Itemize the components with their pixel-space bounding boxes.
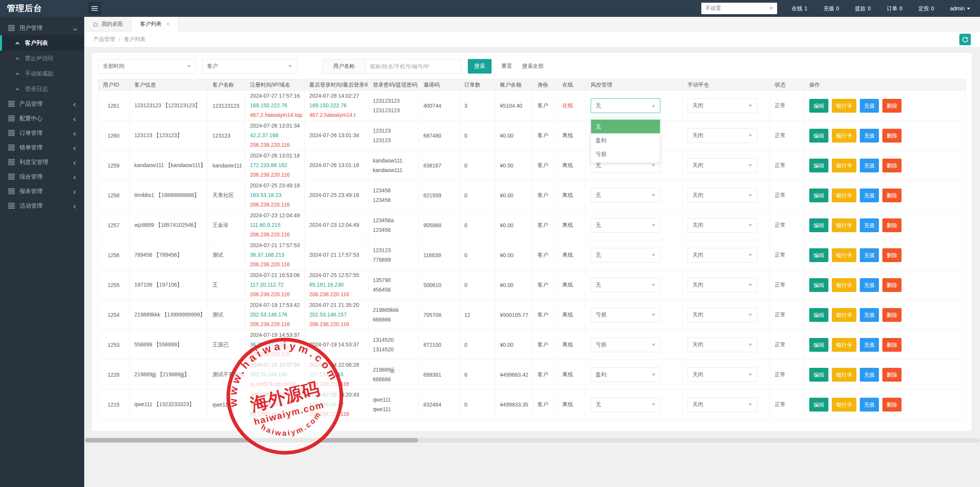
risk-select[interactable]: 无 (591, 397, 660, 412)
delete-button[interactable]: 删除 (882, 218, 902, 232)
edit-button[interactable]: 编辑 (809, 129, 828, 143)
recharge-button[interactable]: 充值 (860, 159, 879, 172)
risk-select[interactable]: 亏损 (591, 338, 660, 352)
delete-button[interactable]: 删除 (882, 308, 902, 322)
delete-button[interactable]: 删除 (882, 338, 902, 352)
preset-select[interactable]: 不设置 (701, 3, 777, 14)
delete-button[interactable]: 删除 (882, 278, 902, 292)
delete-button[interactable]: 删除 (882, 99, 902, 113)
manual-close-select[interactable]: 关闭 (688, 128, 757, 143)
sidebar-subitem[interactable]: 禁止IP访问 (0, 51, 84, 66)
delete-button[interactable]: 删除 (882, 129, 902, 143)
bankcard-button[interactable]: 银行卡 (832, 99, 856, 113)
hamburger-menu-icon[interactable] (88, 2, 101, 15)
edit-button[interactable]: 编辑 (809, 159, 828, 172)
time-filter-select[interactable]: 全部时间 (98, 59, 196, 74)
delete-button[interactable]: 删除 (882, 368, 902, 382)
search-button[interactable]: 搜索 (468, 59, 492, 74)
close-icon[interactable]: × (166, 21, 170, 28)
bankcard-button[interactable]: 银行卡 (832, 248, 856, 262)
sidebar-section[interactable]: 产品管理 (0, 97, 84, 111)
risk-select[interactable]: 亏损 (591, 308, 660, 322)
delete-button[interactable]: 删除 (882, 398, 902, 412)
recharge-button[interactable]: 充值 (860, 129, 879, 143)
sidebar-section[interactable]: 配置中心 (0, 111, 84, 126)
manual-close-select[interactable]: 关闭 (688, 98, 757, 113)
username-search-input[interactable] (366, 59, 461, 73)
edit-button[interactable]: 编辑 (809, 218, 828, 232)
risk-select[interactable]: 无 (591, 248, 660, 262)
recharge-button[interactable]: 充值 (860, 338, 879, 352)
type-filter-select[interactable]: 客户 (202, 59, 297, 74)
tab-customer-list[interactable]: 客户列表 × (132, 17, 178, 31)
bankcard-button[interactable]: 银行卡 (832, 368, 856, 382)
delete-button[interactable]: 删除 (882, 248, 902, 262)
horizontal-scrollbar[interactable] (85, 438, 980, 443)
manual-close-select[interactable]: 关闭 (688, 188, 757, 203)
sidebar-section[interactable]: 利息宝管理 (0, 155, 84, 169)
risk-select[interactable]: 无 (591, 98, 660, 113)
dropdown-option[interactable]: 无 (591, 120, 660, 133)
delete-button[interactable]: 删除 (882, 189, 902, 202)
recharge-button[interactable]: 充值 (860, 248, 879, 262)
sidebar-subitem[interactable]: 客户列表 (0, 35, 84, 51)
reset-button[interactable]: 重置 (501, 63, 512, 70)
tab-desktop[interactable]: 我的桌面 (84, 17, 132, 31)
manual-close-select[interactable]: 关闭 (688, 308, 757, 322)
admin-user-menu[interactable]: admin (950, 5, 970, 11)
bankcard-button[interactable]: 银行卡 (832, 218, 856, 232)
risk-select[interactable]: 无 (591, 218, 660, 233)
sidebar-section[interactable]: 错单管理 (0, 140, 84, 155)
recharge-button[interactable]: 充值 (860, 99, 879, 113)
manual-close-select[interactable]: 关闭 (688, 367, 757, 382)
recharge-button[interactable]: 充值 (860, 398, 879, 412)
bankcard-button[interactable]: 银行卡 (832, 278, 856, 292)
dropdown-option[interactable]: 盈利 (591, 133, 660, 147)
manual-close-select[interactable]: 关闭 (688, 397, 757, 412)
edit-button[interactable]: 编辑 (809, 278, 828, 292)
manual-close-select[interactable]: 关闭 (688, 338, 757, 352)
header-stat[interactable]: 订单0 (887, 5, 904, 11)
recharge-button[interactable]: 充值 (860, 278, 879, 292)
edit-button[interactable]: 编辑 (809, 99, 828, 113)
recharge-button[interactable]: 充值 (860, 368, 879, 382)
edit-button[interactable]: 编辑 (809, 189, 828, 202)
scrollbar-thumb[interactable] (85, 438, 418, 443)
bankcard-button[interactable]: 银行卡 (832, 338, 856, 352)
header-stat[interactable]: 充值0 (823, 5, 841, 11)
header-stat[interactable]: 在线1 (792, 5, 809, 11)
risk-select[interactable]: 无 (591, 278, 660, 292)
sidebar-subitem[interactable]: 登录日志 (0, 81, 84, 97)
search-all-button[interactable]: 搜索全部 (522, 63, 544, 70)
bankcard-button[interactable]: 银行卡 (832, 189, 856, 202)
manual-close-select[interactable]: 关闭 (688, 278, 757, 292)
sidebar-section[interactable]: 综合管理 (0, 169, 84, 184)
bankcard-button[interactable]: 银行卡 (832, 398, 856, 412)
bankcard-button[interactable]: 银行卡 (832, 159, 856, 172)
refresh-button[interactable] (959, 34, 971, 45)
risk-select[interactable]: 盈利 (591, 367, 660, 382)
sidebar-section[interactable]: 活动管理 (0, 198, 84, 213)
recharge-button[interactable]: 充值 (860, 218, 879, 232)
dropdown-option[interactable]: 亏损 (591, 147, 660, 161)
recharge-button[interactable]: 充值 (860, 189, 879, 202)
edit-button[interactable]: 编辑 (809, 308, 828, 322)
bankcard-button[interactable]: 银行卡 (832, 308, 856, 322)
delete-button[interactable]: 删除 (882, 159, 902, 172)
manual-close-select[interactable]: 关闭 (688, 218, 757, 233)
header-stat[interactable]: 定投0 (918, 5, 934, 11)
sidebar-section[interactable]: 用户管理 (0, 21, 84, 35)
manual-close-select[interactable]: 关闭 (688, 158, 757, 173)
header-stat[interactable]: 提款0 (855, 5, 872, 11)
edit-button[interactable]: 编辑 (809, 248, 828, 262)
recharge-button[interactable]: 充值 (860, 308, 879, 322)
bankcard-button[interactable]: 银行卡 (832, 129, 856, 143)
edit-button[interactable]: 编辑 (809, 398, 828, 412)
edit-button[interactable]: 编辑 (809, 338, 828, 352)
risk-select[interactable]: 无 (591, 188, 660, 203)
sidebar-section[interactable]: 订单管理 (0, 126, 84, 140)
manual-close-select[interactable]: 关闭 (688, 248, 757, 262)
breadcrumb-item[interactable]: 产品管理 (93, 36, 115, 43)
sidebar-subitem[interactable]: 手动加减款 (0, 66, 84, 81)
sidebar-section[interactable]: 报表管理 (0, 184, 84, 198)
